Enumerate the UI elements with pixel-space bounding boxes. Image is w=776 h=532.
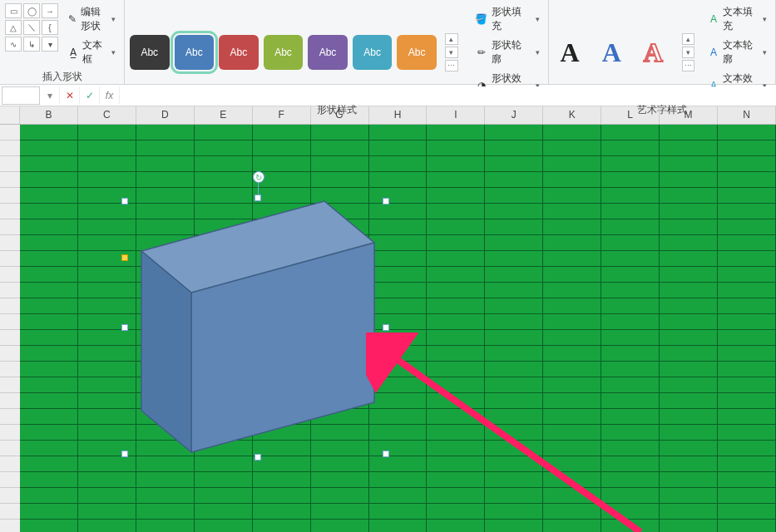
cell[interactable] bbox=[253, 472, 311, 488]
cell[interactable] bbox=[485, 251, 543, 267]
resize-handle-se[interactable] bbox=[383, 451, 389, 457]
cell[interactable] bbox=[718, 219, 776, 235]
row-header[interactable] bbox=[0, 346, 20, 362]
resize-handle-n[interactable] bbox=[255, 195, 261, 201]
style-swatch-teal[interactable]: Abc bbox=[353, 35, 393, 70]
cell[interactable] bbox=[601, 188, 660, 204]
col-header[interactable]: M bbox=[660, 106, 718, 124]
cell[interactable] bbox=[20, 362, 78, 377]
cell[interactable] bbox=[543, 393, 601, 409]
cell[interactable] bbox=[660, 314, 718, 330]
cell[interactable] bbox=[20, 125, 78, 140]
cell[interactable] bbox=[718, 251, 776, 267]
cell[interactable] bbox=[601, 377, 660, 393]
cell[interactable] bbox=[485, 362, 543, 377]
cell[interactable] bbox=[543, 488, 601, 504]
cell[interactable] bbox=[485, 314, 543, 330]
col-header[interactable]: I bbox=[427, 106, 485, 124]
cell[interactable] bbox=[718, 441, 776, 456]
cell[interactable] bbox=[718, 488, 776, 504]
cell[interactable] bbox=[78, 172, 136, 188]
row-header[interactable] bbox=[0, 362, 20, 377]
cell[interactable] bbox=[20, 204, 78, 219]
cell[interactable] bbox=[601, 219, 660, 235]
cell[interactable] bbox=[485, 346, 543, 362]
cell[interactable] bbox=[660, 140, 718, 156]
row-header[interactable] bbox=[0, 251, 20, 267]
cell[interactable] bbox=[601, 283, 660, 298]
cell[interactable] bbox=[427, 362, 485, 377]
cell[interactable] bbox=[78, 488, 136, 504]
cell[interactable] bbox=[20, 346, 78, 362]
cell[interactable] bbox=[485, 393, 543, 409]
cell[interactable] bbox=[195, 488, 253, 504]
row-header[interactable] bbox=[0, 283, 20, 298]
cell[interactable] bbox=[485, 204, 543, 219]
cell[interactable] bbox=[601, 267, 660, 283]
cell[interactable] bbox=[601, 362, 660, 377]
cell[interactable] bbox=[485, 156, 543, 172]
cell[interactable] bbox=[485, 330, 543, 346]
cell[interactable] bbox=[427, 298, 485, 314]
cell[interactable] bbox=[485, 219, 543, 235]
cell[interactable] bbox=[601, 456, 660, 472]
cell[interactable] bbox=[253, 140, 311, 156]
cell[interactable] bbox=[660, 346, 718, 362]
shape-triangle-icon[interactable]: △ bbox=[5, 20, 22, 35]
cell[interactable] bbox=[369, 488, 428, 504]
cell[interactable] bbox=[601, 425, 660, 441]
cell[interactable] bbox=[660, 188, 718, 204]
cell[interactable] bbox=[136, 472, 195, 488]
row-header[interactable] bbox=[0, 330, 20, 346]
cell[interactable] bbox=[543, 504, 601, 520]
cell[interactable] bbox=[543, 425, 601, 441]
cell[interactable] bbox=[427, 283, 485, 298]
cell[interactable] bbox=[660, 235, 718, 251]
row-header[interactable] bbox=[0, 425, 20, 441]
row-header[interactable] bbox=[0, 409, 20, 425]
cell[interactable] bbox=[369, 156, 428, 172]
cell[interactable] bbox=[427, 219, 485, 235]
cell[interactable] bbox=[20, 156, 78, 172]
cell[interactable] bbox=[78, 520, 136, 532]
cell[interactable] bbox=[195, 140, 253, 156]
cell[interactable] bbox=[369, 172, 428, 188]
cell[interactable] bbox=[660, 393, 718, 409]
cell[interactable] bbox=[485, 125, 543, 140]
row-header[interactable] bbox=[0, 235, 20, 251]
cell[interactable] bbox=[543, 330, 601, 346]
cell[interactable] bbox=[427, 409, 485, 425]
cell[interactable] bbox=[718, 362, 776, 377]
cell[interactable] bbox=[485, 172, 543, 188]
cell[interactable] bbox=[543, 219, 601, 235]
cell[interactable] bbox=[311, 172, 369, 188]
select-all-corner[interactable] bbox=[0, 106, 20, 124]
shape-line-icon[interactable]: ＼ bbox=[23, 20, 40, 35]
cell[interactable] bbox=[427, 330, 485, 346]
row-header[interactable] bbox=[0, 204, 20, 219]
cell[interactable] bbox=[20, 393, 78, 409]
cell[interactable] bbox=[718, 330, 776, 346]
gallery-more-button[interactable]: ⋯ bbox=[445, 60, 458, 71]
style-swatch-orange[interactable]: Abc bbox=[397, 35, 437, 70]
cell[interactable] bbox=[136, 488, 195, 504]
cell[interactable] bbox=[660, 520, 718, 532]
cell[interactable] bbox=[485, 425, 543, 441]
cell[interactable] bbox=[20, 520, 78, 532]
cell[interactable] bbox=[718, 472, 776, 488]
cell[interactable] bbox=[20, 172, 78, 188]
cell[interactable] bbox=[718, 346, 776, 362]
wordart-preset-1[interactable]: A bbox=[554, 35, 586, 70]
cell[interactable] bbox=[78, 472, 136, 488]
cell[interactable] bbox=[78, 125, 136, 140]
cell[interactable] bbox=[20, 425, 78, 441]
cell[interactable] bbox=[427, 504, 485, 520]
col-header[interactable]: E bbox=[195, 106, 253, 124]
cell[interactable] bbox=[485, 140, 543, 156]
cell[interactable] bbox=[601, 140, 660, 156]
cell[interactable] bbox=[718, 283, 776, 298]
cell[interactable] bbox=[485, 235, 543, 251]
cell[interactable] bbox=[427, 204, 485, 219]
cell[interactable] bbox=[601, 204, 660, 219]
cell[interactable] bbox=[369, 125, 428, 140]
